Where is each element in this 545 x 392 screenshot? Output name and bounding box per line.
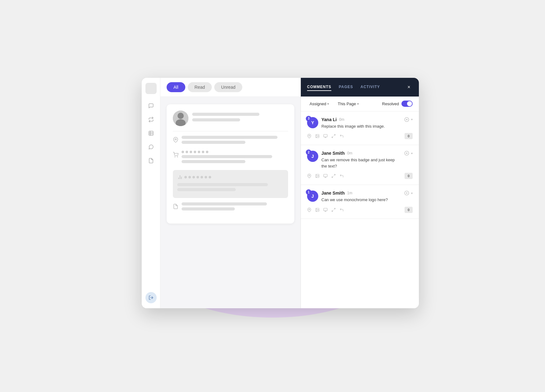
comment-badge-wrap-3: 1 J [307, 191, 318, 202]
comment-action-reply-2[interactable] [339, 174, 344, 178]
comment-number-2: 2 [306, 149, 311, 155]
svg-line-24 [332, 136, 333, 138]
comment-action-screen-3[interactable] [323, 208, 328, 212]
comments-panel: COMMENTS PAGES ACTIVITY × Assigned ▾ Thi… [301, 78, 419, 308]
chart-icon [177, 174, 183, 180]
filter-bar: All Read Unread [160, 78, 301, 97]
dot [188, 176, 191, 178]
resolved-toggle: Resolved [382, 101, 413, 107]
comment-action-screen-2[interactable] [323, 174, 328, 178]
dot [184, 176, 187, 178]
resolved-toggle-switch[interactable] [401, 101, 413, 107]
svg-point-30 [316, 175, 317, 176]
comment-reply-count-1: 0 [405, 133, 413, 139]
comment-badge-wrap-2: 2 J [307, 151, 318, 162]
preview-card [167, 104, 294, 224]
dot [198, 151, 200, 153]
dot [182, 151, 184, 153]
dot [194, 151, 196, 153]
sidebar-icon-arrows[interactable] [145, 114, 157, 125]
sidebar-logo [145, 83, 157, 94]
comment-action-image-2[interactable] [315, 174, 320, 178]
comment-header-right-2: ▾ [404, 151, 413, 156]
comment-action-pin-3[interactable] [307, 208, 311, 212]
comments-filter-row: Assigned ▾ This Page ▾ Resolved [301, 97, 419, 111]
filter-unread-button[interactable]: Unread [214, 82, 242, 92]
sidebar-icon-comment[interactable] [145, 141, 157, 153]
cart-icon [173, 152, 178, 158]
sidebar-exit-button[interactable] [145, 292, 157, 303]
comment-actions-1: 0 [307, 133, 413, 139]
svg-line-23 [334, 135, 335, 136]
close-button[interactable]: × [405, 83, 413, 91]
page-filter[interactable]: This Page ▾ [335, 100, 361, 107]
comment-add-button-3[interactable] [404, 191, 409, 196]
preview-lines [192, 113, 288, 124]
comment-action-screen-1[interactable] [323, 134, 328, 138]
comment-add-button-2[interactable] [404, 151, 409, 156]
comment-meta-2: Jane Smith 0m Can we remove this badge a… [321, 151, 401, 169]
comment-reply-count-2: 0 [405, 173, 413, 179]
svg-point-9 [175, 157, 175, 157]
dot [205, 176, 207, 178]
preview-gray-block [173, 170, 288, 198]
dot [186, 151, 188, 153]
sidebar-icon-doc[interactable] [145, 155, 157, 166]
comment-top-2: 2 J Jane Smith 0m Can we remove this bad… [307, 151, 413, 169]
comment-chevron-3: ▾ [411, 191, 413, 195]
assigned-filter[interactable]: Assigned ▾ [307, 100, 331, 107]
tab-comments[interactable]: COMMENTS [307, 83, 331, 91]
comment-author-row-3: Jane Smith 1m [321, 191, 401, 196]
file-line-2 [182, 207, 235, 210]
comment-action-expand-2[interactable] [331, 174, 336, 178]
tab-pages[interactable]: PAGES [339, 83, 353, 91]
page-preview [160, 97, 301, 308]
dot [206, 151, 208, 153]
comment-text-1: Replace this image with this image. [321, 123, 401, 130]
preview-row-file [173, 202, 288, 213]
comment-action-image-3[interactable] [315, 208, 320, 212]
comment-text-3: Can we use monochrome logo here? [321, 197, 401, 203]
location-line-1 [182, 136, 277, 139]
comment-time-1: 0m [339, 117, 344, 122]
comment-item-1: 3 Y Yana Li 0m Replace this image with t… [301, 111, 419, 145]
dot [202, 151, 204, 153]
filter-all-button[interactable]: All [167, 82, 185, 92]
comment-author-3: Jane Smith [321, 191, 345, 196]
main-window: All Read Unread [142, 78, 419, 308]
preview-divider-1 [173, 131, 288, 131]
comment-action-image-1[interactable] [315, 134, 320, 138]
svg-point-6 [178, 113, 184, 119]
dot [192, 176, 195, 178]
sidebar-icon-chart[interactable] [145, 128, 157, 139]
dot [190, 151, 192, 153]
svg-point-19 [316, 135, 317, 136]
comment-action-reply-3[interactable] [339, 208, 344, 212]
main-scene: All Read Unread [117, 68, 428, 324]
comment-action-pin-1[interactable] [307, 134, 311, 138]
comment-number-3: 1 [306, 189, 311, 195]
tab-activity[interactable]: ACTIVITY [361, 83, 380, 91]
comment-add-button-1[interactable] [404, 117, 409, 122]
cart-dots [182, 151, 288, 153]
gray-block-line-1 [177, 183, 268, 186]
page-chevron-icon: ▾ [357, 102, 359, 106]
chart-dots [177, 174, 284, 180]
sidebar-icon-chat[interactable] [145, 100, 157, 111]
dot [197, 176, 199, 178]
file-icon [173, 204, 178, 209]
comment-action-reply-1[interactable] [339, 134, 344, 138]
filter-read-button[interactable]: Read [188, 82, 212, 92]
preview-line-1 [192, 113, 259, 116]
comment-action-pin-2[interactable] [307, 174, 311, 178]
comment-action-expand-3[interactable] [331, 208, 336, 212]
comment-time-3: 1m [347, 191, 353, 195]
comment-action-expand-1[interactable] [331, 134, 336, 138]
preview-row-cart [173, 151, 288, 166]
comment-author-1: Yana Li [321, 117, 337, 122]
svg-line-35 [332, 176, 333, 177]
comment-author-row-2: Jane Smith 0m [321, 151, 401, 156]
comment-item-3: 1 J Jane Smith 1m Can we use monochrome … [301, 185, 419, 219]
svg-rect-31 [324, 174, 327, 177]
comment-item-2: 2 J Jane Smith 0m Can we remove this bad… [301, 145, 419, 185]
